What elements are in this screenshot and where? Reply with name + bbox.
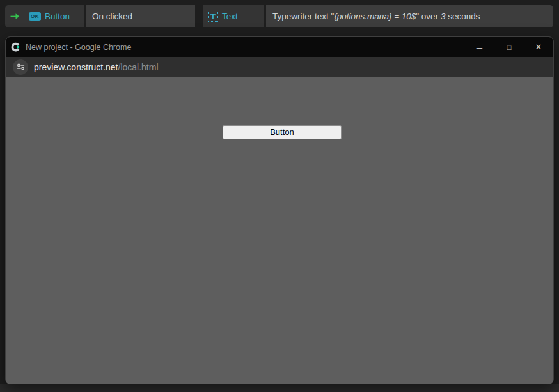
event-row: OK Button On clicked T Text Typewriter t… — [5, 5, 553, 27]
maximize-button[interactable]: □ — [494, 37, 524, 57]
construct-c-logo-icon — [10, 42, 21, 52]
minimize-button[interactable]: – — [465, 37, 494, 59]
window-titlebar[interactable]: New project - Google Chrome – □ ✕ — [6, 37, 553, 57]
browser-window: New project - Google Chrome – □ ✕ previe… — [5, 36, 554, 384]
site-settings-tune-icon[interactable] — [13, 59, 28, 75]
condition-action-divider — [195, 5, 203, 27]
condition-text: On clicked — [92, 12, 132, 21]
background-strip — [0, 384, 559, 392]
url-path: /local.html — [118, 62, 159, 72]
window-title: New project - Google Chrome — [26, 43, 465, 52]
event-action-object-cell[interactable]: T Text — [203, 5, 264, 27]
close-button[interactable]: ✕ — [524, 37, 553, 57]
ok-button-plugin-icon: OK — [29, 12, 41, 21]
event-condition-object-cell[interactable]: OK Button — [5, 5, 84, 27]
url-text[interactable]: preview.construct.net/local.html — [34, 62, 159, 72]
event-action-cell[interactable]: Typewriter text "{potions.mana} = 10$" o… — [266, 5, 553, 27]
action-text: Typewriter text "{potions.mana} = 10$" o… — [272, 12, 480, 21]
event-condition-cell[interactable]: On clicked — [86, 5, 195, 27]
page-content: Button — [6, 77, 553, 384]
event-arrow-icon — [10, 13, 20, 20]
condition-object-name: Button — [45, 12, 70, 21]
page-button[interactable]: Button — [223, 125, 342, 139]
text-plugin-icon: T — [208, 12, 218, 22]
address-bar: preview.construct.net/local.html — [6, 57, 553, 77]
url-domain: preview.construct.net — [34, 62, 118, 72]
window-controls: – □ ✕ — [465, 37, 553, 57]
action-object-name: Text — [222, 12, 238, 21]
